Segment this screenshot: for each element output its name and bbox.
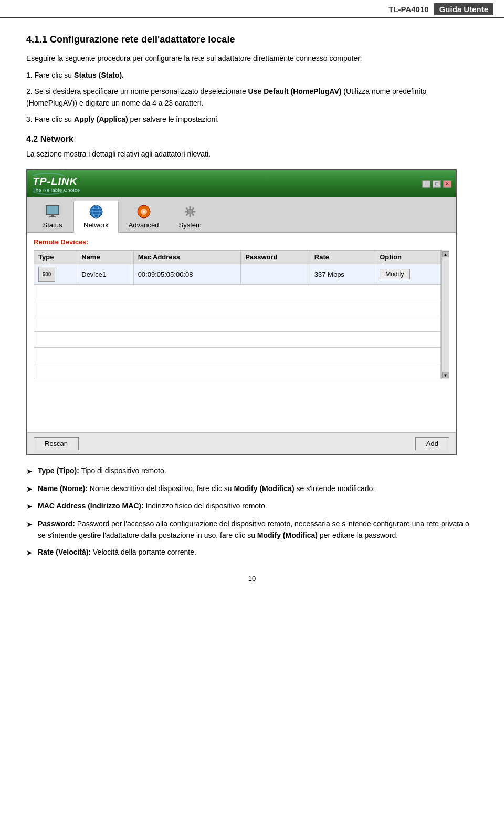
tp-link-logo: TP-LINK The Reliable Choice (33, 175, 80, 193)
bullet-name: ➤ Name (Nome): Nome descrittivo del disp… (26, 483, 478, 495)
col-option: Option (375, 251, 441, 264)
intro-text: Eseguire la seguente procedura per confi… (26, 53, 478, 64)
section-42-title: 4.2 Network (26, 134, 478, 144)
svg-rect-2 (46, 205, 59, 215)
device-table: Type Name Mac Address Password Rate Opti… (34, 250, 441, 379)
globe-icon (88, 203, 104, 220)
col-mac: Mac Address (133, 251, 241, 264)
svg-line-19 (193, 214, 193, 215)
empty-row (34, 348, 441, 363)
cell-password (241, 264, 310, 285)
bullet-mac-text: MAC Address (Indirizzo MAC): Indirizzo f… (38, 500, 267, 512)
gear-icon (182, 203, 198, 220)
svg-line-20 (193, 209, 193, 209)
vertical-scrollbar[interactable]: ▲ ▼ (441, 250, 449, 379)
minimize-button[interactable]: – (422, 180, 430, 188)
status-icon-svg (44, 203, 61, 220)
advanced-icon-svg (135, 203, 152, 220)
empty-row (34, 332, 441, 348)
svg-point-12 (143, 211, 145, 213)
empty-row (34, 300, 441, 316)
close-button[interactable]: ✕ (443, 180, 452, 188)
app-logo-area: TP-LINK The Reliable Choice (27, 170, 86, 197)
rescan-button[interactable]: Rescan (34, 437, 79, 450)
header: TL-PA4010 Guida Utente (0, 0, 504, 18)
scrollbar-up[interactable]: ▲ (442, 251, 449, 257)
app-window: TP-LINK The Reliable Choice – □ ✕ (26, 169, 457, 455)
cell-option: Modify (375, 264, 441, 285)
tab-system-label: System (179, 221, 202, 229)
bullet-type-text: Type (Tipo): Tipo di dispositivo remoto. (38, 465, 166, 476)
bullet-password-text: Password: Password per l'accesso alla co… (38, 518, 478, 542)
empty-row (34, 316, 441, 332)
step-3-text: Fare clic su Apply (Applica) per salvare… (35, 115, 219, 123)
section-42-desc: La sezione mostra i dettagli relativi ag… (26, 148, 478, 160)
app-body: Remote Devices: Type Name Mac Address Pa… (27, 233, 456, 432)
table-row: 500 Device1 00:09:05:05:00:08 337 Mbps M… (34, 264, 441, 285)
tab-network-label: Network (83, 221, 109, 229)
network-icon-svg (88, 203, 104, 220)
empty-row (34, 363, 441, 379)
col-password: Password (241, 251, 310, 264)
arrow-icon-1: ➤ (26, 465, 33, 477)
model-label: TL-PA4010 (388, 5, 428, 14)
col-rate: Rate (310, 251, 375, 264)
arrow-icon-2: ➤ (26, 483, 33, 495)
tp-link-tagline: The Reliable Choice (33, 188, 80, 193)
cell-name: Device1 (77, 264, 133, 285)
bullet-rate: ➤ Rate (Velocità): Velocità della portan… (26, 546, 478, 558)
device-type-icon: 500 (38, 267, 55, 282)
step-1: 1. Fare clic su Status (Stato). (26, 69, 478, 81)
step-3: 3. Fare clic su Apply (Applica) per salv… (26, 113, 478, 125)
monitor-icon (44, 203, 61, 220)
bullet-type: ➤ Type (Tipo): Tipo di dispositivo remot… (26, 465, 478, 477)
svg-point-13 (187, 209, 193, 214)
bullet-rate-text: Rate (Velocità): Velocità della portante… (38, 546, 196, 558)
step-2-text: Se si desidera specificare un nome perso… (26, 87, 426, 107)
step-1-text: Fare clic su Status (Stato). (35, 71, 124, 79)
step-3-number: 3. (26, 115, 35, 123)
bullet-password: ➤ Password: Password per l'accesso alla … (26, 518, 478, 542)
section-title: 4.1.1 Configurazione rete dell'adattator… (26, 34, 478, 45)
empty-row (34, 285, 441, 300)
page-footer: 10 (26, 564, 478, 588)
col-name: Name (77, 251, 133, 264)
page-number: 10 (248, 575, 256, 583)
bullet-name-text: Name (Nome): Nome descrittivo del dispos… (38, 483, 375, 494)
table-scroll-area: Type Name Mac Address Password Rate Opti… (34, 250, 441, 379)
advanced-icon (135, 203, 152, 220)
tab-advanced-label: Advanced (129, 221, 159, 229)
col-type: Type (34, 251, 77, 264)
svg-line-21 (187, 214, 187, 215)
cell-mac: 00:09:05:05:00:08 (133, 264, 241, 285)
tab-network[interactable]: Network (74, 201, 119, 233)
cell-rate: 337 Mbps (310, 264, 375, 285)
tab-system[interactable]: System (169, 201, 212, 232)
device-type-label: 500 (43, 272, 51, 277)
maximize-button[interactable]: □ (433, 180, 441, 188)
tp-link-name: TP-LINK (33, 175, 78, 188)
tab-status[interactable]: Status (32, 201, 74, 232)
step-2: 2. Se si desidera specificare un nome pe… (26, 86, 478, 109)
bullet-list: ➤ Type (Tipo): Tipo di dispositivo remot… (26, 465, 478, 558)
tab-advanced[interactable]: Advanced (119, 201, 169, 232)
arrow-icon-5: ➤ (26, 547, 33, 558)
remote-devices-label: Remote Devices: (34, 238, 449, 246)
svg-rect-4 (49, 216, 56, 217)
app-toolbar: Status Network (27, 197, 456, 233)
table-wrapper: Type Name Mac Address Password Rate Opti… (34, 250, 449, 379)
modify-button[interactable]: Modify (380, 269, 410, 279)
step-1-number: 1. (26, 71, 35, 79)
window-controls: – □ ✕ (418, 180, 456, 188)
app-titlebar: TP-LINK The Reliable Choice – □ ✕ (27, 170, 456, 197)
tab-status-label: Status (43, 221, 62, 229)
scrollbar-down[interactable]: ▼ (442, 372, 449, 378)
cell-type: 500 (34, 264, 77, 285)
main-content: 4.1.1 Configurazione rete dell'adattator… (0, 18, 504, 604)
svg-line-18 (187, 209, 187, 209)
add-button[interactable]: Add (415, 437, 449, 450)
guide-label: Guida Utente (434, 3, 494, 15)
system-icon-svg (182, 203, 198, 220)
app-footer: Rescan Add (27, 432, 456, 454)
bullet-mac: ➤ MAC Address (Indirizzo MAC): Indirizzo… (26, 500, 478, 512)
